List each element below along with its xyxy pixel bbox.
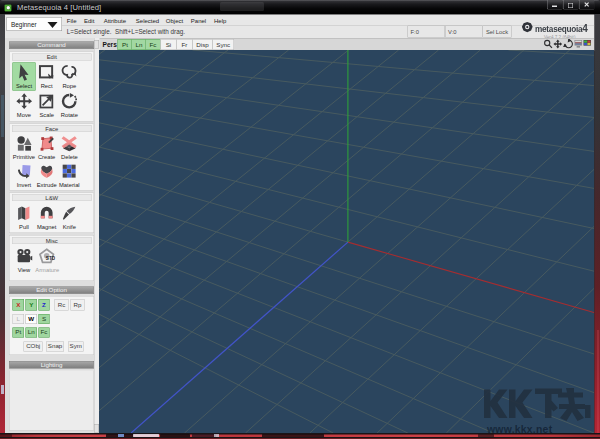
svg-text:STD: STD xyxy=(46,255,55,261)
